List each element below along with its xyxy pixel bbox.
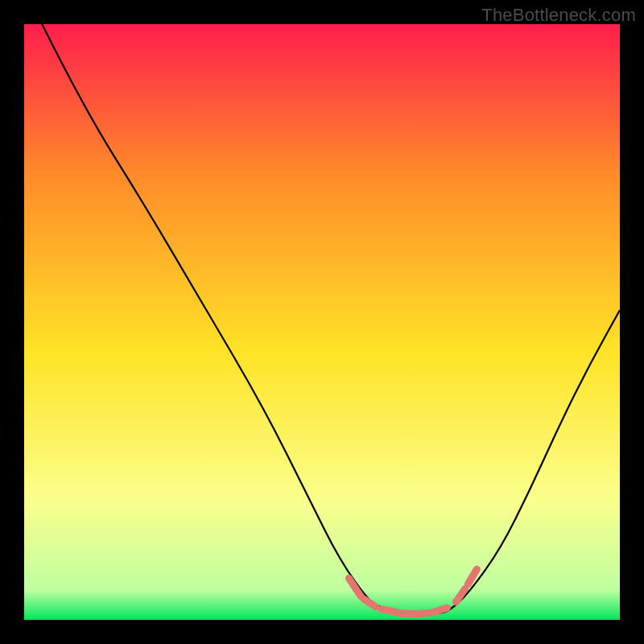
watermark-text: TheBottleneck.com <box>481 5 636 26</box>
chart-plot <box>24 24 620 620</box>
chart-frame: TheBottleneck.com <box>0 0 644 644</box>
marker-segment <box>417 613 432 613</box>
chart-svg <box>24 24 620 620</box>
marker-segment <box>436 608 448 611</box>
chart-background <box>24 24 620 620</box>
marker-segment <box>382 609 397 613</box>
marker-segment <box>399 613 415 614</box>
